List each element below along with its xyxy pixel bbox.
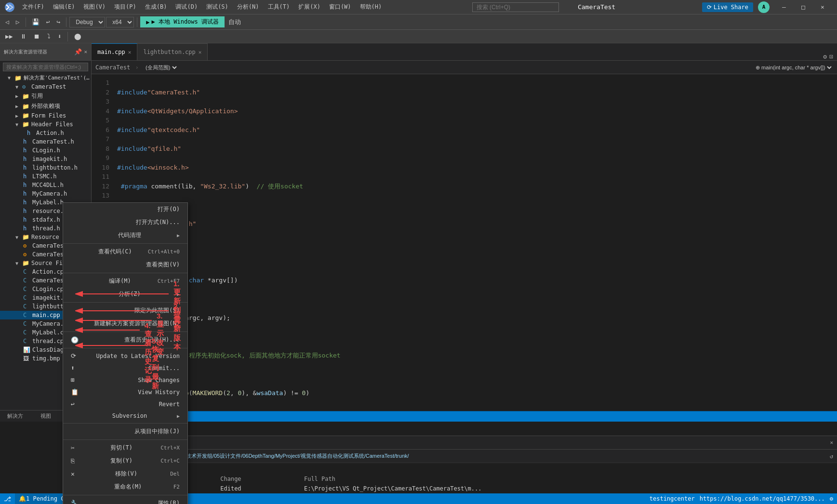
ctx-view-code[interactable]: 查看代码(C)Ctrl+Alt+0: [63, 245, 187, 258]
menu-extensions[interactable]: 扩展(X): [294, 2, 324, 12]
ctx-commit[interactable]: ⬆Commit...: [63, 362, 187, 374]
bottom-close-icon[interactable]: ✕: [830, 439, 833, 446]
breadcrumb[interactable]: CameraTest: [95, 64, 130, 71]
platform-dropdown[interactable]: x64: [106, 17, 134, 27]
save-button[interactable]: 💾: [29, 17, 42, 27]
svn-url-input[interactable]: [103, 453, 827, 459]
breadcrumb-project[interactable]: CameraTest: [95, 64, 130, 71]
menu-help[interactable]: 帮助(H): [356, 2, 386, 12]
debug-stop[interactable]: ⏹: [31, 32, 43, 41]
ctx-rename[interactable]: 重命名(M)F2: [63, 480, 187, 493]
debug-mode-dropdown[interactable]: Debug: [69, 17, 105, 27]
ctx-scope-label: 限定为此范围(S): [134, 306, 180, 315]
code-editor[interactable]: #include "CameraTest.h" #include <QtWidg…: [113, 74, 837, 411]
run-button[interactable]: ▶ ▶ 本地 Windows 调试器: [140, 16, 225, 27]
editor-split-icon[interactable]: ⊡: [829, 53, 833, 60]
search-input[interactable]: [472, 2, 559, 12]
ctx-show-changes[interactable]: ⊞Show Changes: [63, 374, 187, 386]
separator-2: [66, 17, 66, 27]
ctx-properties[interactable]: 🔧属性(R): [63, 497, 187, 504]
ctx-view-diagram[interactable]: 查看类图(V): [63, 258, 187, 271]
separator-3: [137, 17, 137, 27]
forward-button[interactable]: ▷: [13, 17, 23, 27]
live-share-button[interactable]: ⟳ Live Share: [702, 2, 753, 12]
ctx-open-with[interactable]: 打开方式(N)...: [63, 216, 187, 229]
code-container[interactable]: 12345 678910 1112131415 161718 #include …: [92, 74, 837, 411]
menu-edit[interactable]: 编辑(E): [49, 2, 79, 12]
maximize-button[interactable]: □: [794, 0, 813, 14]
menu-project[interactable]: 项目(P): [110, 2, 140, 12]
ctx-view-code-key: Ctrl+Alt+0: [148, 249, 180, 255]
run-icon: ▶: [146, 19, 149, 26]
ctx-view-history[interactable]: 🕐查看历史记录(H)...: [63, 333, 187, 346]
menu-window[interactable]: 窗口(W): [325, 2, 355, 12]
tab-lightbutton-cpp[interactable]: lightbutton.cpp ✕: [137, 43, 208, 60]
sidebar-tab-solution[interactable]: 解决方: [0, 411, 30, 422]
tree-external-deps[interactable]: ▶📁外部依赖项: [0, 101, 91, 111]
ctx-new-solution-view[interactable]: 新建解决方案资源管理器视图(N): [63, 317, 187, 330]
tree-ltsmc-h[interactable]: hLTSMC.h: [0, 172, 91, 181]
menu-view[interactable]: 视图(V): [80, 2, 109, 12]
redo-button[interactable]: ↪: [53, 17, 63, 27]
debug-step-into[interactable]: ⬇: [55, 32, 65, 41]
tree-cameratest-h[interactable]: hCameraTest.h: [0, 137, 91, 146]
sep-debug: [67, 32, 68, 41]
breakpoint-btn[interactable]: ⬤: [71, 32, 84, 41]
tree-references[interactable]: ▶📁引用: [0, 91, 91, 101]
main-toolbar: ◁ ▷ 💾 ↩ ↪ Debug x64 ▶ ▶ 本地 Windows 调试器 自…: [0, 14, 837, 30]
ctx-open[interactable]: 打开(O): [63, 203, 187, 216]
ctx-exclude[interactable]: 从项目中排除(J): [63, 425, 187, 438]
settings-icon[interactable]: ⚙: [830, 495, 833, 502]
function-dropdown[interactable]: ⊕ main(int argc, char * argv[]): [754, 64, 833, 71]
tree-solution[interactable]: ▼ 📁 解决方案'CameraTest'(1个项目/: [0, 73, 91, 82]
tree-header-files[interactable]: ▼📁Header Files: [0, 120, 91, 129]
menu-debug[interactable]: 调试(D): [172, 2, 201, 12]
tree-lightbutton-h[interactable]: hlightbutton.h: [0, 163, 91, 172]
ctx-copy[interactable]: ⎘复制(Y)Ctrl+C: [63, 454, 187, 467]
tree-imagekit-h[interactable]: himagekit.h: [0, 155, 91, 163]
editor-settings-icon[interactable]: ⚙: [823, 53, 827, 60]
code-line-13: QApplication a(argc, argv);: [117, 313, 833, 323]
ctx-view-history-svn[interactable]: 📋View History: [63, 386, 187, 398]
debug-start[interactable]: ▶▶: [2, 32, 16, 41]
minimize-button[interactable]: —: [774, 0, 794, 14]
user-avatar[interactable]: A: [758, 1, 770, 13]
tree-action-h[interactable]: hAction.h: [0, 129, 91, 137]
sidebar-search-input[interactable]: [3, 63, 88, 71]
menu-test[interactable]: 测试(S): [202, 2, 232, 12]
blog-link[interactable]: https://blog.csdn.net/qq1477/3530...: [700, 495, 825, 502]
tree-form-files[interactable]: ▶📁Form Files: [0, 111, 91, 120]
ctx-compile[interactable]: 编译(M)Ctrl+F7: [63, 275, 187, 288]
ctx-subversion[interactable]: Subversion: [63, 410, 187, 422]
menu-build[interactable]: 生成(B): [141, 2, 171, 12]
debug-pause[interactable]: ⏸: [17, 32, 29, 41]
back-button[interactable]: ◁: [2, 17, 12, 27]
tree-mycamera-h[interactable]: hMyCamera.h: [0, 189, 91, 198]
menu-analyze[interactable]: 分析(N): [233, 2, 263, 12]
close-button[interactable]: ×: [813, 0, 832, 14]
tree-mcc4dll-h[interactable]: hMCC4DLL.h: [0, 181, 91, 189]
tab-close-light[interactable]: ✕: [199, 49, 202, 55]
tab-close-main[interactable]: ✕: [128, 49, 132, 55]
scope-dropdown[interactable]: (全局范围): [144, 64, 178, 71]
debug-step-over[interactable]: ⤵: [44, 32, 53, 41]
sidebar-tab-view[interactable]: 视图: [30, 411, 61, 422]
tree-clogin-h[interactable]: hCLogin.h: [0, 146, 91, 155]
sidebar-pin-icon[interactable]: 📌: [74, 48, 82, 55]
menu-tools[interactable]: 工具(T): [264, 2, 294, 12]
ctx-analyze[interactable]: 分析(Z): [63, 288, 187, 301]
ctx-delete[interactable]: ✕移除(V)Del: [63, 467, 187, 480]
ctx-cut[interactable]: ✂剪切(T)Ctrl+X: [63, 441, 187, 454]
svn-refresh-icon[interactable]: ↺: [830, 453, 833, 460]
ctx-code-cleanup[interactable]: 代码清理: [63, 229, 187, 242]
svn-row-1[interactable]: CameraT... Edited E:\Project\VS Qt_Proje…: [93, 484, 836, 493]
sidebar-close-icon[interactable]: ✕: [84, 49, 87, 55]
ctx-revert[interactable]: ↩Revert: [63, 398, 187, 410]
tab-main-cpp[interactable]: main.cpp ✕: [92, 43, 137, 60]
tree-project[interactable]: ▼ ⚙ CameraTest: [0, 82, 91, 91]
menu-file[interactable]: 文件(F): [18, 2, 48, 12]
ctx-scope[interactable]: 限定为此范围(S): [63, 304, 187, 317]
run-mode-dropdown[interactable]: 自动: [226, 17, 244, 27]
undo-button[interactable]: ↩: [43, 17, 53, 27]
ctx-update-latest[interactable]: ⟳Update to Latest Version: [63, 350, 187, 362]
